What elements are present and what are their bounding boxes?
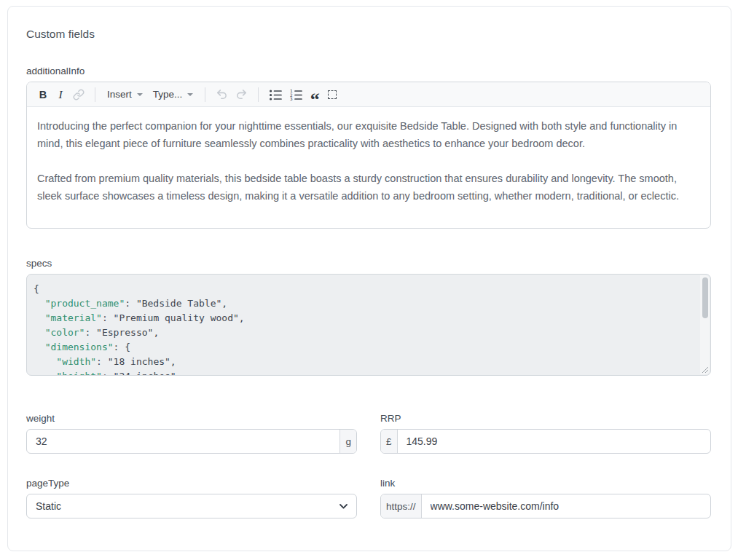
page-type-field: pageType Static xyxy=(26,478,357,518)
link-input-group: https:// xyxy=(380,494,711,518)
panel-title: Custom fields xyxy=(26,28,711,41)
blockquote-icon: “ xyxy=(310,97,320,103)
insert-dropdown-label: Insert xyxy=(107,89,132,100)
scrollbar-thumb[interactable] xyxy=(702,277,708,318)
link-input[interactable] xyxy=(422,494,710,518)
pagetype-link-row: pageType Static link https:// xyxy=(26,478,711,518)
container-block-button[interactable] xyxy=(323,85,341,104)
toolbar-divider xyxy=(258,87,259,102)
rrp-label: RRP xyxy=(380,413,711,424)
svg-text:3: 3 xyxy=(290,96,293,101)
code-line: "dimensions": { xyxy=(34,340,691,355)
redo-icon xyxy=(235,88,248,100)
editor-content[interactable]: Introducing the perfect companion for yo… xyxy=(27,107,710,228)
weight-label: weight xyxy=(26,413,357,424)
specs-label: specs xyxy=(26,258,711,269)
weight-field: weight g xyxy=(26,413,357,454)
weight-rrp-row: weight g RRP £ xyxy=(26,413,711,454)
type-dropdown-label: Type... xyxy=(153,89,183,100)
undo-icon xyxy=(216,88,228,100)
code-line: "product_name": "Bedside Table", xyxy=(34,296,691,311)
custom-fields-panel: Custom fields additionalInfo B I Insert … xyxy=(7,6,731,551)
rich-text-editor: B I Insert Type... xyxy=(26,82,711,229)
blockquote-button[interactable]: “ xyxy=(306,85,323,104)
rrp-input-group: £ xyxy=(380,429,711,454)
insert-dropdown[interactable]: Insert xyxy=(102,85,148,104)
additional-info-label: additionalInfo xyxy=(26,66,711,76)
weight-unit-addon: g xyxy=(339,430,356,453)
chevron-down-icon xyxy=(187,93,193,96)
numbered-list-icon: 123 xyxy=(289,88,302,101)
weight-input[interactable] xyxy=(27,430,339,453)
code-line: "material": "Premium quality wood", xyxy=(34,311,691,326)
specs-textarea[interactable]: { "product_name": "Bedside Table", "mate… xyxy=(26,274,711,376)
code-line: "color": "Espresso", xyxy=(34,326,691,340)
page-type-label: pageType xyxy=(26,478,357,489)
link-icon xyxy=(73,89,85,100)
toolbar-divider xyxy=(95,87,95,102)
page-type-selected-value: Static xyxy=(36,500,61,512)
rrp-field: RRP £ xyxy=(380,413,711,454)
undo-button[interactable] xyxy=(212,85,232,104)
redo-button[interactable] xyxy=(232,85,251,104)
code-line: { xyxy=(34,282,691,296)
editor-paragraph: Introducing the perfect companion for yo… xyxy=(37,117,700,152)
link-label: link xyxy=(380,478,711,489)
link-button[interactable] xyxy=(69,85,88,104)
currency-addon: £ xyxy=(381,430,398,453)
editor-paragraph: Crafted from premium quality materials, … xyxy=(37,170,700,205)
numbered-list-button[interactable]: 123 xyxy=(286,85,306,104)
rrp-input[interactable] xyxy=(398,430,710,453)
chevron-down-icon xyxy=(339,504,348,509)
protocol-addon: https:// xyxy=(381,494,422,518)
link-field: link https:// xyxy=(380,478,711,518)
bullet-list-icon xyxy=(269,88,282,101)
code-line: "height": "24 inches", xyxy=(34,369,691,376)
page-type-select[interactable]: Static xyxy=(26,494,357,518)
italic-button[interactable]: I xyxy=(52,85,69,104)
resize-handle-icon[interactable] xyxy=(700,365,709,374)
bold-button[interactable]: B xyxy=(34,85,52,104)
editor-toolbar: B I Insert Type... xyxy=(27,82,710,107)
scrollbar-track[interactable] xyxy=(700,275,710,374)
chevron-down-icon xyxy=(137,93,143,96)
weight-input-group: g xyxy=(26,429,357,454)
bullet-list-button[interactable] xyxy=(265,85,286,104)
toolbar-divider xyxy=(205,87,205,102)
container-block-icon xyxy=(328,90,337,99)
code-line: "width": "18 inches", xyxy=(34,355,691,369)
type-dropdown[interactable]: Type... xyxy=(148,85,199,104)
